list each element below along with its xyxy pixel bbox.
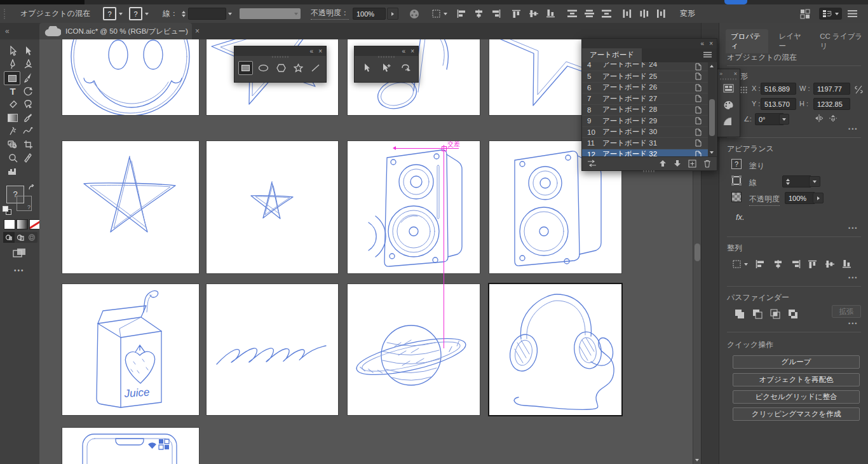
- prop-align-right-icon[interactable]: [790, 259, 801, 269]
- recolor-artwork-icon[interactable]: [409, 8, 420, 20]
- align-top-icon[interactable]: [512, 9, 522, 18]
- reference-point-locator[interactable]: [740, 86, 747, 93]
- workspace-switcher[interactable]: [819, 8, 842, 20]
- document-close-icon[interactable]: ×: [195, 27, 200, 36]
- frames-panel-icon[interactable]: [717, 80, 740, 97]
- paintbrush-tool[interactable]: [20, 71, 36, 84]
- shape-panel-header[interactable]: « ×: [234, 46, 326, 56]
- artboard-row-partial[interactable]: 4 アートボード 24: [582, 62, 708, 71]
- color-swatch-white[interactable]: [4, 219, 15, 229]
- measure-tool[interactable]: [20, 151, 36, 164]
- artboards-panel-resize-grip[interactable]: [643, 170, 656, 172]
- distribute-h-right-icon[interactable]: [656, 9, 667, 18]
- appearance-fill-label[interactable]: 塗り: [749, 161, 764, 172]
- shape-ellipse-tool[interactable]: [257, 62, 270, 74]
- mini-dock-expand[interactable]: »: [719, 71, 722, 77]
- prop-align-v-center-icon[interactable]: [825, 259, 836, 269]
- opacity-more-icon[interactable]: [813, 193, 824, 203]
- move-down-icon[interactable]: [674, 160, 681, 167]
- tab-layers[interactable]: レイヤー: [773, 29, 810, 53]
- gradient-panel-icon[interactable]: [717, 113, 740, 130]
- artboards-scroll-up-icon[interactable]: [710, 65, 714, 67]
- curvature-tool[interactable]: [20, 58, 36, 71]
- appearance-stroke-swatch[interactable]: [731, 175, 742, 186]
- brush-definition-dropdown[interactable]: [240, 8, 301, 19]
- group-button[interactable]: グループ: [733, 355, 860, 369]
- gradient-swatch[interactable]: [17, 219, 28, 229]
- zoom-tool[interactable]: [5, 151, 20, 164]
- stroke-weight-stepper[interactable]: [782, 175, 811, 188]
- artboards-panel-menu-icon[interactable]: [703, 51, 712, 60]
- selection-panel-collapse[interactable]: «: [402, 48, 406, 55]
- symbol-sprayer-tool[interactable]: [5, 138, 20, 151]
- stroke-dropdown-icon[interactable]: [145, 13, 149, 15]
- appearance-opacity-label[interactable]: 不透明度: [749, 194, 780, 206]
- stroke-weight-dropdown-icon[interactable]: [809, 176, 820, 187]
- selection-panel-header[interactable]: « ×: [355, 46, 418, 56]
- shaper-tool[interactable]: [20, 98, 36, 111]
- float-direct-selection-plus-tool[interactable]: [379, 61, 393, 74]
- distribute-h-center-icon[interactable]: [639, 9, 650, 18]
- draw-behind-mode[interactable]: [15, 232, 26, 243]
- opacity-field[interactable]: 100%: [353, 8, 386, 20]
- new-artboard-icon[interactable]: [688, 160, 696, 168]
- artboard-juice-box[interactable]: Juice: [62, 284, 199, 415]
- angle-dropdown-icon[interactable]: [779, 114, 789, 125]
- float-group-selection-tool[interactable]: [399, 61, 413, 74]
- fx-button[interactable]: fx.: [736, 212, 745, 222]
- pixel-grid-button[interactable]: ピクセルグリッドに整合: [733, 390, 860, 404]
- artboard-tool[interactable]: [20, 138, 36, 151]
- stroke-width-stepper[interactable]: [182, 11, 186, 17]
- eyedropper-tool[interactable]: [20, 111, 36, 124]
- h-field[interactable]: 1232.85: [813, 98, 850, 110]
- align-bottom-icon[interactable]: [546, 9, 557, 18]
- w-field[interactable]: 1197.77: [813, 83, 850, 95]
- opacity-expand-button[interactable]: [387, 8, 398, 20]
- x-field[interactable]: 516.889: [761, 83, 796, 95]
- artboards-scrollbar-thumb[interactable]: [709, 99, 715, 136]
- prop-align-bottom-icon[interactable]: [842, 259, 853, 269]
- rearrange-artboards-icon[interactable]: [587, 160, 597, 167]
- artboard-planet[interactable]: [348, 284, 480, 415]
- artboards-panel-collapse[interactable]: «: [701, 40, 705, 47]
- shape-rectangle-tool[interactable]: [238, 61, 253, 75]
- artboard-headphones[interactable]: [489, 284, 621, 415]
- pencil-scribble-tool[interactable]: [20, 125, 36, 137]
- default-fill-stroke-icon[interactable]: [3, 206, 11, 214]
- artboard-row[interactable]: 11アートボード 31: [582, 138, 708, 149]
- y-field[interactable]: 513.570: [761, 98, 796, 110]
- align-more-options[interactable]: •••: [848, 275, 858, 281]
- stroke-width-field[interactable]: [188, 8, 226, 20]
- gradient-tool[interactable]: [5, 111, 20, 124]
- prop-align-h-center-icon[interactable]: [773, 259, 783, 269]
- type-tool[interactable]: T: [5, 85, 20, 97]
- artboards-scroll-down-icon[interactable]: [710, 151, 714, 154]
- artboards-panel-close[interactable]: ×: [709, 40, 713, 47]
- artboards-scrollbar[interactable]: [708, 62, 716, 156]
- edit-toolbar-button[interactable]: •••: [14, 267, 25, 274]
- align-left-icon[interactable]: [456, 9, 467, 18]
- artboard-small-star[interactable]: [207, 141, 338, 273]
- align-v-center-icon[interactable]: [529, 9, 539, 18]
- appearance-opacity-field[interactable]: 100%: [785, 192, 815, 204]
- align-to-dropdown[interactable]: [732, 259, 748, 269]
- rotate-tool[interactable]: [20, 85, 36, 97]
- draw-normal-mode[interactable]: [3, 232, 15, 243]
- appearance-fill-swatch[interactable]: ?: [731, 159, 742, 169]
- tab-libraries[interactable]: CC ライブラリ: [815, 29, 868, 53]
- artboard-row[interactable]: 8アートボード 28: [582, 105, 708, 116]
- document-tab[interactable]: ICON.aic* @ 50 % (RGB/プレビュー) ×: [39, 23, 192, 39]
- artboard-row[interactable]: 7アートボード 27: [582, 93, 708, 105]
- shape-line-tool[interactable]: [309, 62, 322, 74]
- pathfinder-unite-icon[interactable]: [735, 309, 745, 319]
- artboards-tab[interactable]: アートボード: [582, 48, 642, 62]
- align-right-icon[interactable]: [491, 9, 501, 18]
- fill-dropdown-icon[interactable]: [119, 13, 123, 15]
- shape-polygon-tool[interactable]: [274, 62, 287, 74]
- pathfinder-more-options[interactable]: •••: [848, 320, 858, 327]
- float-selection-tool[interactable]: [360, 61, 374, 74]
- artboard-phone[interactable]: [62, 428, 199, 464]
- pathfinder-intersect-icon[interactable]: [770, 309, 780, 319]
- artboard-row[interactable]: 10アートボード 30: [582, 127, 708, 139]
- menu-list-icon[interactable]: [847, 10, 858, 18]
